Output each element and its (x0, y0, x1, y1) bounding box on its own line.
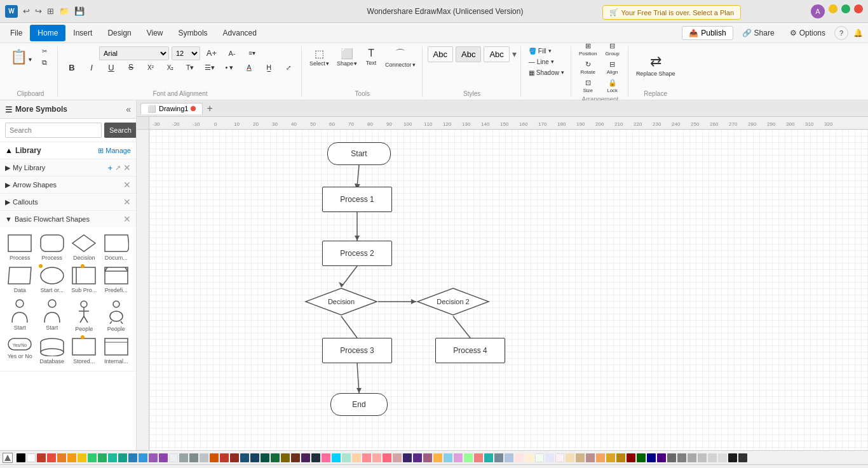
shape-process4[interactable]: Process 4 (435, 338, 505, 363)
list-item[interactable]: Start (5, 297, 35, 333)
close-callouts-button[interactable]: ✕ (123, 197, 131, 207)
callouts-header[interactable]: ▶ Callouts ✕ (0, 194, 136, 210)
bold-button[interactable]: B (63, 62, 81, 74)
color-swatch[interactable] (210, 453, 219, 462)
color-swatch[interactable] (413, 453, 422, 462)
color-swatch[interactable] (128, 453, 137, 462)
color-swatch[interactable] (667, 453, 676, 462)
window-undo[interactable]: ↩ (23, 6, 30, 16)
menu-item-advanced[interactable]: Advanced (215, 25, 264, 41)
list-item[interactable]: People (102, 297, 132, 333)
list-item[interactable]: Decision (69, 232, 99, 262)
color-swatch[interactable] (647, 453, 656, 462)
position-button[interactable]: ⊞ Position (576, 41, 599, 58)
color-swatch[interactable] (17, 453, 25, 462)
canvas[interactable]: Start Process 1 Process 2 Decisi (149, 130, 868, 450)
color-swatch[interactable] (362, 453, 371, 462)
italic-button[interactable]: I (83, 62, 100, 74)
list-item[interactable]: Docum... (102, 232, 132, 262)
shape-process3[interactable]: Process 3 (322, 338, 392, 363)
new-lib-button[interactable]: + (107, 163, 112, 173)
color-swatch[interactable] (738, 453, 747, 462)
notifications-button[interactable]: 🔔 (851, 29, 865, 37)
color-swatch[interactable] (586, 453, 595, 462)
list-item[interactable]: Process (37, 232, 67, 262)
search-button[interactable]: Search (104, 123, 137, 138)
color-swatch[interactable] (311, 453, 320, 462)
color-swatch[interactable] (67, 453, 76, 462)
color-swatch[interactable] (27, 453, 36, 462)
minimize-button[interactable] (829, 4, 837, 13)
color-swatch[interactable] (301, 453, 310, 462)
shape-process2[interactable]: Process 2 (322, 241, 392, 266)
color-swatch[interactable] (637, 453, 646, 462)
color-swatch[interactable] (47, 453, 56, 462)
trial-banner[interactable]: 🛒 Your Free Trial is over. Select a Plan (602, 5, 741, 20)
align-shape-button[interactable]: ⊟ Align (600, 59, 623, 76)
select-button[interactable]: ⬚ Select▾ (307, 46, 332, 68)
close-flowchart-button[interactable]: ✕ (123, 214, 131, 224)
font-decrease-button[interactable]: A- (223, 48, 241, 58)
list-item[interactable]: Data (5, 265, 35, 295)
maximize-button[interactable] (841, 4, 850, 13)
color-swatch[interactable] (88, 453, 97, 462)
window-save[interactable]: 💾 (74, 6, 85, 16)
color-swatch[interactable] (454, 453, 463, 462)
color-swatch[interactable] (616, 453, 625, 462)
window-new[interactable]: ⊞ (47, 6, 54, 16)
color-swatch[interactable] (596, 453, 605, 462)
shadow-button[interactable]: ▦ Shadow▾ (526, 68, 567, 77)
color-swatch[interactable] (464, 453, 473, 462)
menu-item-view[interactable]: View (139, 25, 171, 41)
color-swatch[interactable] (250, 453, 259, 462)
avatar-icon[interactable]: A (811, 4, 825, 18)
shape-end[interactable]: End (330, 393, 388, 416)
color-swatch[interactable] (118, 453, 127, 462)
color-swatch[interactable] (494, 453, 503, 462)
text-format-button[interactable]: T▾ (181, 62, 199, 73)
rotate-button[interactable]: ↻ Rotate (576, 59, 599, 76)
color-swatch[interactable] (525, 453, 534, 462)
font-family-select[interactable]: Arial (99, 46, 169, 60)
color-swatch[interactable] (139, 453, 147, 462)
color-swatch[interactable] (261, 453, 269, 462)
list-item[interactable]: Yes/No Yes or No (5, 336, 35, 366)
color-swatch[interactable] (657, 453, 666, 462)
window-open[interactable]: 📁 (59, 6, 69, 16)
shape-button[interactable]: ⬜ Shape▾ (334, 46, 360, 68)
color-swatch[interactable] (342, 453, 351, 462)
subscript-button[interactable]: X₂ (161, 63, 179, 72)
align-button[interactable]: ≡▾ (243, 48, 261, 58)
color-swatch[interactable] (515, 453, 524, 462)
color-swatch[interactable] (240, 453, 249, 462)
color-swatch[interactable] (37, 453, 46, 462)
help-button[interactable]: ? (834, 26, 848, 40)
color-swatch[interactable] (230, 453, 239, 462)
color-swatch[interactable] (474, 453, 483, 462)
flowchart-shapes-header[interactable]: ▼ Basic Flowchart Shapes ✕ (0, 211, 136, 227)
color-swatch[interactable] (78, 453, 86, 462)
color-swatch[interactable] (555, 453, 564, 462)
color-swatch[interactable] (403, 453, 412, 462)
color-swatch[interactable] (423, 453, 432, 462)
font-color-button[interactable]: A (240, 62, 258, 72)
text-style-3[interactable]: Abc (484, 46, 509, 62)
color-swatch[interactable] (220, 453, 229, 462)
connector-button[interactable]: ⌒ Connector▾ (383, 46, 418, 69)
color-swatch[interactable] (688, 453, 696, 462)
menu-item-design[interactable]: Design (100, 25, 139, 41)
color-swatch[interactable] (433, 453, 442, 462)
share-button[interactable]: 🔗 Share (736, 26, 781, 40)
shape-process1[interactable]: Process 1 (322, 187, 392, 212)
canvas-wrapper[interactable]: -30-20-10 01020 304050 607080 90100110 1… (137, 117, 868, 450)
color-swatch[interactable] (271, 453, 280, 462)
color-swatch[interactable] (169, 453, 178, 462)
close-lib-button[interactable]: ✕ (123, 163, 131, 173)
menu-item-symbols[interactable]: Symbols (171, 25, 215, 41)
menu-item-home[interactable]: Home (30, 25, 65, 41)
size-button[interactable]: ⊡ Size (576, 77, 599, 95)
font-increase-button[interactable]: A+ (203, 47, 220, 59)
menu-item-file[interactable]: File (3, 25, 30, 41)
list-item[interactable]: Start or... (37, 265, 67, 295)
text-button[interactable]: T Text (362, 46, 380, 67)
